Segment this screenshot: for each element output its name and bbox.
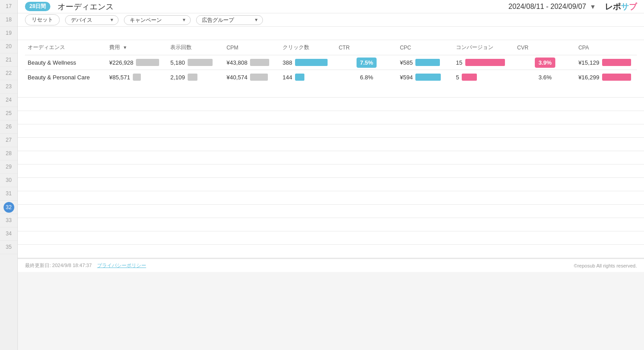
filter-bar: リセット デバイス ▼ キャンペーン ▼ 広告グループ ▼ [18,13,644,27]
col-header-conversions: コンバージョン [453,40,514,55]
cvr-highlight-1: 3.9% [535,58,555,68]
col-header-cpc: CPC [397,40,453,55]
table-row: Beauty & Wellness ¥226,928 5,18 [25,55,637,70]
impressions-bar-2 [188,74,221,81]
clicks-bar-2 [295,74,333,81]
device-filter[interactable]: デバイス [65,15,119,25]
campaign-filter-wrapper: キャンペーン ▼ [124,15,191,25]
cpa-bar-2 [602,74,634,81]
conversions-cell-1: 15 [453,55,514,70]
device-filter-wrapper: デバイス ▼ [65,15,119,25]
cost-cell-2: ¥85,571 [107,70,168,85]
ctr-highlight-1: 7.5% [357,58,377,68]
audience-name-1: Beauty & Wellness [25,55,107,70]
cvr-cell-2: 3.6% [514,70,575,85]
cpa-cell-1: ¥15,129 [576,55,637,70]
cpc-bar-2 [415,74,451,81]
table-row: Beauty & Personal Care ¥85,571 [25,70,637,85]
cpm-cell-1: ¥43,808 [224,55,280,70]
campaign-filter[interactable]: キャンペーン [124,15,191,25]
cpm-cell-2: ¥40,574 [224,70,280,85]
col-header-cpm: CPM [224,40,280,55]
impressions-cell-1: 5,180 [168,55,224,70]
cpc-bar-1 [415,59,451,66]
cpa-bar-1 [602,59,634,66]
adgroup-filter-wrapper: 広告グループ ▼ [196,15,263,25]
cost-bar-2 [133,74,165,81]
audience-table: オーディエンス 費用 ▼ 表示回数 CPM クリック数 CTR CPC コンバー… [25,40,637,84]
logo: レポサブ [605,1,637,12]
empty-content-area [18,84,644,259]
main-content: 28日間 オーディエンス 2024/08/11 - 2024/09/07 ▼ レ… [18,0,644,350]
reset-button[interactable]: リセット [25,14,60,25]
privacy-policy-link[interactable]: プライバシーポリシー [97,262,146,269]
col-header-cost: 費用 ▼ [107,40,168,55]
cpm-bar-1 [250,59,277,66]
impressions-cell-2: 2,109 [168,70,224,85]
footer-bar: 最終更新日: 2024/9/8 18:47:37 プライバシーポリシー ©rep… [18,259,644,272]
page-title: オーディエンス [57,1,114,12]
col-header-audience: オーディエンス [25,40,107,55]
col-header-clicks: クリック数 [280,40,336,55]
cost-bar-1 [136,59,165,66]
conversions-bar-1 [465,59,512,66]
copyright-text: ©reposub All rights reserved. [574,263,637,268]
date-dropdown-icon[interactable]: ▼ [590,3,596,10]
cpm-bar-2 [250,74,277,81]
cpc-cell-2: ¥594 [397,70,453,85]
date-range-text: 2024/08/11 - 2024/09/07 [509,3,586,11]
ctr-cell-1: 7.5% [336,55,397,70]
date-range: 2024/08/11 - 2024/09/07 ▼ レポサブ [509,1,637,12]
ctr-cell-2: 6.8% [336,70,397,85]
cost-cell-1: ¥226,928 [107,55,168,70]
cpc-cell-1: ¥585 [397,55,453,70]
days-badge: 28日間 [25,2,50,11]
clicks-bar-1 [295,59,333,66]
row-numbers: 17 18 19 20 21 22 23 24 25 26 27 28 29 3… [0,0,18,350]
audience-name-2: Beauty & Personal Care [25,70,107,85]
title-bar: 28日間 オーディエンス 2024/08/11 - 2024/09/07 ▼ レ… [18,0,644,13]
spacer-row-19 [18,27,644,40]
col-header-ctr: CTR [336,40,397,55]
data-table-container: オーディエンス 費用 ▼ 表示回数 CPM クリック数 CTR CPC コンバー… [18,40,644,84]
cost-sort-icon[interactable]: ▼ [123,45,127,50]
col-header-impressions: 表示回数 [168,40,224,55]
impressions-bar-1 [188,59,221,66]
conversions-cell-2: 5 [453,70,514,85]
conversions-bar-2 [462,74,512,81]
clicks-cell-1: 388 [280,55,336,70]
cvr-cell-1: 3.9% [514,55,575,70]
clicks-cell-2: 144 [280,70,336,85]
adgroup-filter[interactable]: 広告グループ [196,15,263,25]
table-header-row: オーディエンス 費用 ▼ 表示回数 CPM クリック数 CTR CPC コンバー… [25,40,637,55]
last-updated-text: 最終更新日: 2024/9/8 18:47:37 [25,262,92,269]
cpa-cell-2: ¥16,299 [576,70,637,85]
col-header-cvr: CVR [514,40,575,55]
col-header-cpa: CPA [576,40,637,55]
